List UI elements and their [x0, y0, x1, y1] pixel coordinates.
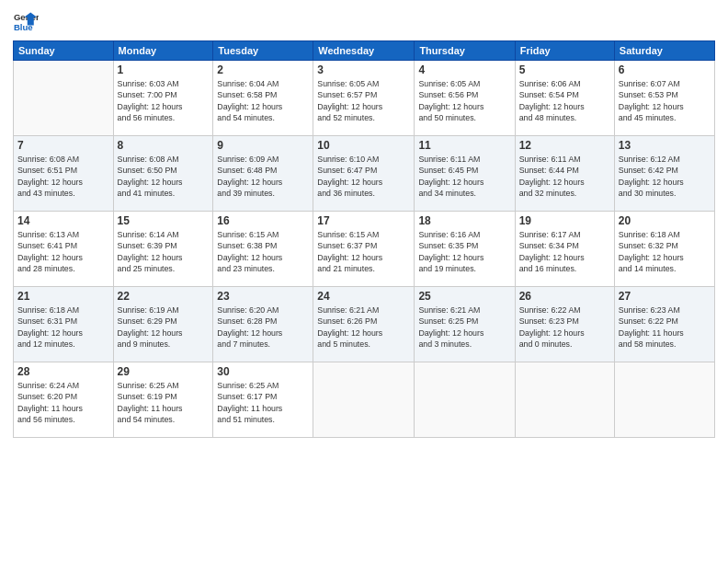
- day-number: 9: [217, 139, 309, 152]
- calendar-cell: 9Sunrise: 6:09 AM Sunset: 6:48 PM Daylig…: [213, 136, 313, 212]
- day-number: 15: [118, 214, 210, 227]
- calendar-cell: 16Sunrise: 6:15 AM Sunset: 6:38 PM Dayli…: [213, 212, 313, 287]
- calendar-cell: 10Sunrise: 6:10 AM Sunset: 6:47 PM Dayli…: [313, 136, 415, 212]
- day-info: Sunrise: 6:16 AM Sunset: 6:35 PM Dayligh…: [418, 229, 510, 274]
- calendar-cell: [614, 362, 714, 438]
- calendar-week-row: 21Sunrise: 6:18 AM Sunset: 6:31 PM Dayli…: [14, 287, 715, 362]
- page: General Blue SundayMondayTuesdayWednesda…: [0, 0, 728, 563]
- calendar-cell: 24Sunrise: 6:21 AM Sunset: 6:26 PM Dayli…: [313, 287, 415, 362]
- day-number: 4: [418, 63, 510, 76]
- day-info: Sunrise: 6:03 AM Sunset: 7:00 PM Dayligh…: [118, 78, 210, 123]
- logo: General Blue: [13, 9, 39, 35]
- calendar-week-row: 1Sunrise: 6:03 AM Sunset: 7:00 PM Daylig…: [14, 61, 715, 136]
- day-number: 14: [17, 214, 109, 227]
- day-info: Sunrise: 6:07 AM Sunset: 6:53 PM Dayligh…: [619, 78, 711, 123]
- day-number: 28: [17, 365, 109, 378]
- calendar-cell: 8Sunrise: 6:08 AM Sunset: 6:50 PM Daylig…: [113, 136, 213, 212]
- logo-icon: General Blue: [13, 9, 39, 35]
- day-info: Sunrise: 6:08 AM Sunset: 6:50 PM Dayligh…: [118, 154, 210, 199]
- calendar-cell: 12Sunrise: 6:11 AM Sunset: 6:44 PM Dayli…: [515, 136, 614, 212]
- day-number: 20: [619, 214, 711, 227]
- day-info: Sunrise: 6:15 AM Sunset: 6:37 PM Dayligh…: [317, 229, 410, 274]
- calendar-cell: 18Sunrise: 6:16 AM Sunset: 6:35 PM Dayli…: [415, 212, 515, 287]
- day-number: 5: [519, 63, 610, 76]
- day-number: 18: [418, 214, 510, 227]
- calendar-cell: 14Sunrise: 6:13 AM Sunset: 6:41 PM Dayli…: [14, 212, 114, 287]
- day-number: 12: [519, 139, 610, 152]
- day-info: Sunrise: 6:18 AM Sunset: 6:32 PM Dayligh…: [619, 229, 711, 274]
- day-header-friday: Friday: [515, 41, 614, 61]
- calendar-cell: 3Sunrise: 6:05 AM Sunset: 6:57 PM Daylig…: [313, 61, 415, 136]
- day-info: Sunrise: 6:25 AM Sunset: 6:19 PM Dayligh…: [118, 380, 210, 425]
- calendar-cell: 21Sunrise: 6:18 AM Sunset: 6:31 PM Dayli…: [14, 287, 114, 362]
- calendar-week-row: 7Sunrise: 6:08 AM Sunset: 6:51 PM Daylig…: [14, 136, 715, 212]
- day-number: 21: [17, 290, 109, 303]
- calendar-cell: 27Sunrise: 6:23 AM Sunset: 6:22 PM Dayli…: [614, 287, 714, 362]
- day-info: Sunrise: 6:15 AM Sunset: 6:38 PM Dayligh…: [217, 229, 309, 274]
- calendar-cell: 7Sunrise: 6:08 AM Sunset: 6:51 PM Daylig…: [14, 136, 114, 212]
- day-header-tuesday: Tuesday: [213, 41, 313, 61]
- day-number: 13: [619, 139, 711, 152]
- day-number: 8: [118, 139, 210, 152]
- calendar-cell: 4Sunrise: 6:05 AM Sunset: 6:56 PM Daylig…: [415, 61, 515, 136]
- calendar-cell: 2Sunrise: 6:04 AM Sunset: 6:58 PM Daylig…: [213, 61, 313, 136]
- day-number: 27: [619, 290, 711, 303]
- day-header-saturday: Saturday: [614, 41, 714, 61]
- calendar-cell: [313, 362, 415, 438]
- day-info: Sunrise: 6:22 AM Sunset: 6:23 PM Dayligh…: [519, 304, 610, 350]
- day-number: 25: [418, 290, 510, 303]
- day-info: Sunrise: 6:11 AM Sunset: 6:45 PM Dayligh…: [418, 154, 510, 199]
- day-info: Sunrise: 6:24 AM Sunset: 6:20 PM Dayligh…: [17, 380, 109, 425]
- day-number: 1: [118, 63, 210, 76]
- day-info: Sunrise: 6:18 AM Sunset: 6:31 PM Dayligh…: [17, 304, 109, 350]
- calendar-week-row: 28Sunrise: 6:24 AM Sunset: 6:20 PM Dayli…: [14, 362, 715, 438]
- calendar-cell: 1Sunrise: 6:03 AM Sunset: 7:00 PM Daylig…: [113, 61, 213, 136]
- day-header-wednesday: Wednesday: [313, 41, 415, 61]
- day-number: 2: [217, 63, 309, 76]
- day-info: Sunrise: 6:21 AM Sunset: 6:26 PM Dayligh…: [317, 304, 410, 350]
- calendar-cell: 22Sunrise: 6:19 AM Sunset: 6:29 PM Dayli…: [113, 287, 213, 362]
- day-info: Sunrise: 6:04 AM Sunset: 6:58 PM Dayligh…: [217, 78, 309, 123]
- calendar-cell: 11Sunrise: 6:11 AM Sunset: 6:45 PM Dayli…: [415, 136, 515, 212]
- day-info: Sunrise: 6:21 AM Sunset: 6:25 PM Dayligh…: [418, 304, 510, 350]
- day-number: 30: [217, 365, 309, 378]
- calendar-cell: 17Sunrise: 6:15 AM Sunset: 6:37 PM Dayli…: [313, 212, 415, 287]
- day-number: 11: [418, 139, 510, 152]
- calendar-cell: 15Sunrise: 6:14 AM Sunset: 6:39 PM Dayli…: [113, 212, 213, 287]
- calendar-cell: 6Sunrise: 6:07 AM Sunset: 6:53 PM Daylig…: [614, 61, 714, 136]
- day-number: 17: [317, 214, 410, 227]
- calendar-week-row: 14Sunrise: 6:13 AM Sunset: 6:41 PM Dayli…: [14, 212, 715, 287]
- day-info: Sunrise: 6:05 AM Sunset: 6:56 PM Dayligh…: [418, 78, 510, 123]
- day-header-sunday: Sunday: [14, 41, 114, 61]
- day-number: 24: [317, 290, 410, 303]
- day-info: Sunrise: 6:09 AM Sunset: 6:48 PM Dayligh…: [217, 154, 309, 199]
- calendar-cell: 26Sunrise: 6:22 AM Sunset: 6:23 PM Dayli…: [515, 287, 614, 362]
- day-info: Sunrise: 6:08 AM Sunset: 6:51 PM Dayligh…: [17, 154, 109, 199]
- calendar-table: SundayMondayTuesdayWednesdayThursdayFrid…: [13, 40, 715, 438]
- day-number: 16: [217, 214, 309, 227]
- day-number: 26: [519, 290, 610, 303]
- day-info: Sunrise: 6:19 AM Sunset: 6:29 PM Dayligh…: [118, 304, 210, 350]
- day-number: 6: [619, 63, 711, 76]
- day-number: 22: [118, 290, 210, 303]
- day-info: Sunrise: 6:11 AM Sunset: 6:44 PM Dayligh…: [519, 154, 610, 199]
- day-info: Sunrise: 6:12 AM Sunset: 6:42 PM Dayligh…: [619, 154, 711, 199]
- day-info: Sunrise: 6:17 AM Sunset: 6:34 PM Dayligh…: [519, 229, 610, 274]
- day-header-thursday: Thursday: [415, 41, 515, 61]
- calendar-cell: [515, 362, 614, 438]
- day-number: 29: [118, 365, 210, 378]
- day-info: Sunrise: 6:20 AM Sunset: 6:28 PM Dayligh…: [217, 304, 309, 350]
- day-number: 3: [317, 63, 410, 76]
- calendar-header-row: SundayMondayTuesdayWednesdayThursdayFrid…: [14, 41, 715, 61]
- calendar-cell: [14, 61, 114, 136]
- calendar-cell: 13Sunrise: 6:12 AM Sunset: 6:42 PM Dayli…: [614, 136, 714, 212]
- calendar-cell: 23Sunrise: 6:20 AM Sunset: 6:28 PM Dayli…: [213, 287, 313, 362]
- calendar-cell: 30Sunrise: 6:25 AM Sunset: 6:17 PM Dayli…: [213, 362, 313, 438]
- day-info: Sunrise: 6:05 AM Sunset: 6:57 PM Dayligh…: [317, 78, 410, 123]
- day-number: 23: [217, 290, 309, 303]
- calendar-cell: 25Sunrise: 6:21 AM Sunset: 6:25 PM Dayli…: [415, 287, 515, 362]
- calendar-cell: 29Sunrise: 6:25 AM Sunset: 6:19 PM Dayli…: [113, 362, 213, 438]
- day-number: 19: [519, 214, 610, 227]
- calendar-cell: 28Sunrise: 6:24 AM Sunset: 6:20 PM Dayli…: [14, 362, 114, 438]
- day-header-monday: Monday: [113, 41, 213, 61]
